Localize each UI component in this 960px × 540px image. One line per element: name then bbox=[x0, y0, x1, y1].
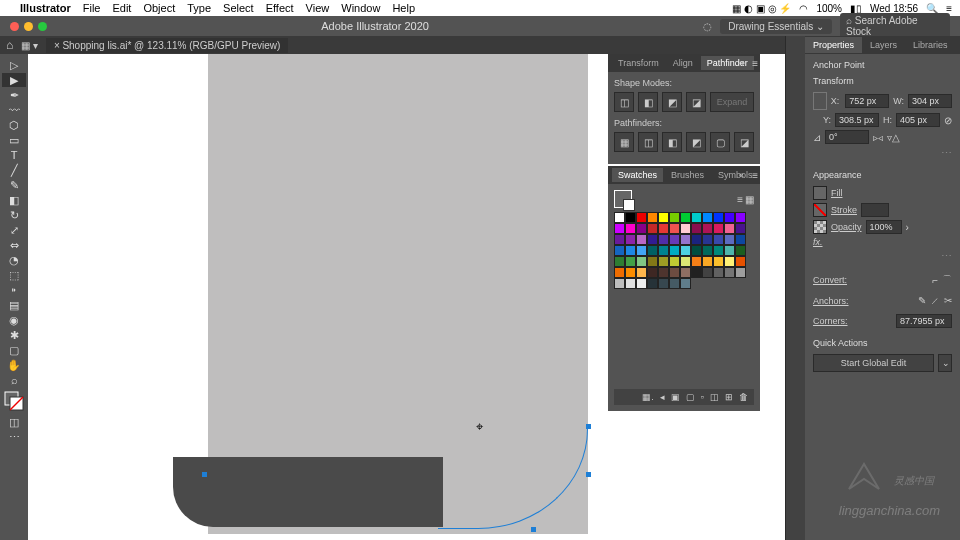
scale-tool[interactable]: ⤢ bbox=[2, 223, 26, 237]
swatch[interactable] bbox=[724, 267, 735, 278]
panel-menu-icon[interactable]: ≡ bbox=[752, 170, 758, 181]
blend-tool[interactable]: ◉ bbox=[2, 313, 26, 327]
corners-input[interactable] bbox=[896, 314, 952, 328]
swatch[interactable] bbox=[691, 234, 702, 245]
reference-point[interactable] bbox=[813, 92, 827, 110]
type-tool[interactable]: T bbox=[2, 148, 26, 162]
convert-corner-icon[interactable]: ⌐ bbox=[932, 275, 938, 286]
tab-libraries[interactable]: Libraries bbox=[905, 37, 956, 53]
swatch[interactable] bbox=[647, 256, 658, 267]
home-icon[interactable]: ⌂ bbox=[6, 38, 13, 52]
swatch[interactable] bbox=[702, 223, 713, 234]
minus-front-button[interactable]: ◧ bbox=[638, 92, 658, 112]
swatch[interactable] bbox=[658, 267, 669, 278]
link-icon[interactable]: ⊘ bbox=[944, 115, 952, 126]
unite-button[interactable]: ◫ bbox=[614, 92, 634, 112]
y-input[interactable] bbox=[835, 113, 879, 127]
zoom-tool[interactable]: ⌕ bbox=[2, 373, 26, 387]
anchor-point[interactable] bbox=[202, 472, 207, 477]
rotate-tool[interactable]: ↻ bbox=[2, 208, 26, 222]
angle-input[interactable] bbox=[825, 130, 869, 144]
close-icon[interactable]: × bbox=[54, 40, 60, 51]
delete-icon[interactable]: 🗑 bbox=[739, 392, 748, 402]
menu-edit[interactable]: Edit bbox=[112, 2, 131, 14]
fx-label[interactable]: fx. bbox=[813, 237, 823, 247]
pen-tool[interactable]: ✒ bbox=[2, 88, 26, 102]
trim-button[interactable]: ◫ bbox=[638, 132, 658, 152]
wifi-icon[interactable]: ◠ bbox=[799, 3, 808, 14]
list-view-icon[interactable]: ≡ bbox=[737, 194, 743, 205]
swatch[interactable] bbox=[647, 223, 658, 234]
swatch[interactable] bbox=[625, 267, 636, 278]
width-tool[interactable]: ⇔ bbox=[2, 238, 26, 252]
swatch[interactable] bbox=[625, 278, 636, 289]
collapse-icon[interactable]: « bbox=[739, 170, 744, 180]
menu-effect[interactable]: Effect bbox=[266, 2, 294, 14]
swatch[interactable] bbox=[680, 278, 691, 289]
swatch[interactable] bbox=[724, 256, 735, 267]
swatch[interactable] bbox=[625, 245, 636, 256]
swatch[interactable] bbox=[680, 245, 691, 256]
swatch[interactable] bbox=[724, 245, 735, 256]
app-menu[interactable]: Illustrator bbox=[20, 2, 71, 14]
eyedropper-tool[interactable]: ⁍ bbox=[2, 283, 26, 297]
tab-transform[interactable]: Transform bbox=[612, 56, 665, 70]
intersect-button[interactable]: ◩ bbox=[662, 92, 682, 112]
swatch[interactable] bbox=[691, 256, 702, 267]
swatch[interactable] bbox=[713, 256, 724, 267]
swatch[interactable] bbox=[691, 212, 702, 223]
swatch[interactable] bbox=[658, 278, 669, 289]
tab-swatches[interactable]: Swatches bbox=[612, 168, 663, 182]
swatch[interactable] bbox=[680, 223, 691, 234]
swatch[interactable] bbox=[647, 278, 658, 289]
swatch[interactable] bbox=[680, 234, 691, 245]
window-controls[interactable] bbox=[10, 22, 47, 31]
add-anchor-icon[interactable]: ⟋ bbox=[930, 295, 940, 306]
flip-v-icon[interactable]: ▿△ bbox=[887, 132, 900, 143]
tab-properties[interactable]: Properties bbox=[805, 37, 862, 53]
gradient-tool[interactable]: ▤ bbox=[2, 298, 26, 312]
artboard-tool[interactable]: ▢ bbox=[2, 343, 26, 357]
swatch[interactable] bbox=[625, 234, 636, 245]
swatch[interactable] bbox=[680, 267, 691, 278]
swatch[interactable] bbox=[713, 223, 724, 234]
show-kinds-icon[interactable]: ◂ bbox=[660, 392, 665, 402]
swatch[interactable] bbox=[614, 278, 625, 289]
more-options-icon[interactable]: ⋯ bbox=[813, 250, 952, 263]
fill-label[interactable]: Fill bbox=[831, 188, 843, 198]
global-edit-options[interactable]: ⌄ bbox=[938, 354, 952, 372]
tab-pathfinder[interactable]: Pathfinder bbox=[701, 56, 754, 70]
opacity-label[interactable]: Opacity bbox=[831, 222, 862, 232]
bulb-icon[interactable]: ◌ bbox=[703, 21, 712, 32]
swatch[interactable] bbox=[658, 256, 669, 267]
chevron-right-icon[interactable]: › bbox=[906, 222, 909, 233]
fill-swatch[interactable] bbox=[813, 186, 827, 200]
document-tab[interactable]: × Shopping lis.ai* @ 123.11% (RGB/GPU Pr… bbox=[46, 38, 288, 53]
edit-tools[interactable]: ⋯ bbox=[2, 430, 26, 444]
swatch[interactable] bbox=[669, 278, 680, 289]
swatch[interactable] bbox=[691, 223, 702, 234]
curvature-tool[interactable]: 〰 bbox=[2, 103, 26, 117]
remove-anchor-icon[interactable]: ✎ bbox=[918, 295, 926, 306]
w-input[interactable] bbox=[908, 94, 952, 108]
panel-menu-icon[interactable]: ≡ bbox=[752, 58, 758, 69]
swatch[interactable] bbox=[647, 212, 658, 223]
fill-stroke-indicator[interactable] bbox=[614, 190, 632, 208]
selection-tool[interactable]: ▷ bbox=[2, 58, 26, 72]
collapse-icon[interactable]: « bbox=[739, 58, 744, 68]
swatch[interactable] bbox=[713, 245, 724, 256]
artwork-shape[interactable] bbox=[173, 457, 443, 527]
swatch[interactable] bbox=[713, 212, 724, 223]
swatch[interactable] bbox=[636, 223, 647, 234]
outline-button[interactable]: ▢ bbox=[710, 132, 730, 152]
anchor-point[interactable] bbox=[586, 472, 591, 477]
swatch-options-icon[interactable]: ▣ bbox=[671, 392, 680, 402]
swatch-libraries-icon[interactable]: ▦. bbox=[642, 392, 654, 402]
swatch[interactable] bbox=[669, 212, 680, 223]
swatch[interactable] bbox=[735, 267, 746, 278]
swatch[interactable] bbox=[724, 212, 735, 223]
swatch[interactable] bbox=[647, 267, 658, 278]
swatch[interactable] bbox=[636, 278, 647, 289]
swatch[interactable] bbox=[636, 267, 647, 278]
new-swatch-icon[interactable]: ▫ bbox=[701, 392, 704, 402]
